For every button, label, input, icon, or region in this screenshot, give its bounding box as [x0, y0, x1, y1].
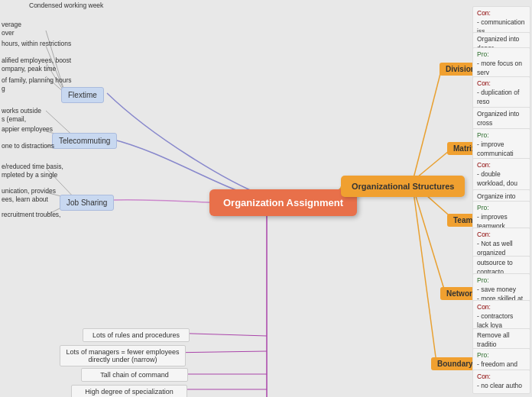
lots-managers-box: Lots of managers = fewer employeesdirect… — [60, 345, 186, 366]
svg-line-1 — [413, 68, 442, 181]
high-specialization-box: High degree of specialization — [71, 385, 187, 397]
communication-text: unication, providesees, learn about — [2, 187, 86, 204]
hours-text: hours, within restrictions — [2, 40, 86, 48]
average-text: verageover — [2, 21, 86, 37]
rules-procedures-box: Lots of rules and procedures — [83, 328, 190, 342]
recruitment-text: recruitment troubles, — [2, 211, 86, 219]
center-node: Organization Assignment — [209, 189, 357, 216]
works-outside-text: works outsides (email, — [2, 107, 86, 124]
divisional-con-box: Con: - duplication of reso — [472, 76, 530, 110]
distractions-text: one to distractions — [2, 142, 86, 150]
condensed-text: Condensed working week — [29, 2, 113, 10]
happier-text: appier employees — [2, 125, 86, 134]
svg-line-4 — [413, 186, 445, 292]
mindmap-canvas: Organization Assignment Organizational S… — [0, 0, 532, 397]
tall-chain-box: Tall chain of command — [81, 368, 188, 382]
reduced-time-text: e/reduced time basis,mpleted by a single — [2, 163, 86, 179]
family-text: of family, planning hoursg — [2, 76, 86, 93]
qualified-text: alified employees, boostompany, peak tim… — [2, 56, 86, 73]
boundary-con-box: Con: - no clear autho — [472, 370, 530, 394]
org-structures-node: Organizational Structures — [341, 176, 465, 197]
svg-line-5 — [413, 186, 436, 363]
